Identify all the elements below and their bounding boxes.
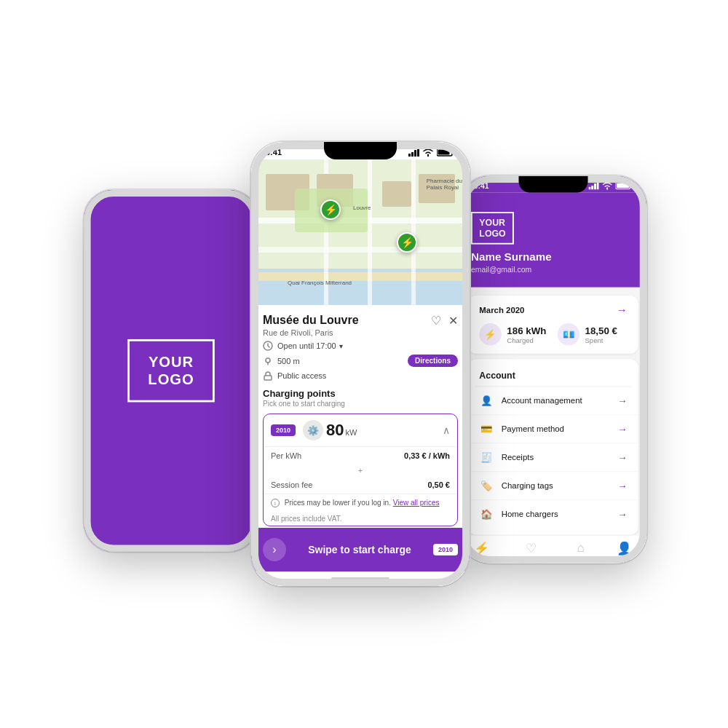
section-title: Charging points: [263, 388, 458, 399]
per-kwh-row: Per kWh 0,33 € / kWh: [264, 447, 457, 464]
svg-rect-17: [630, 184, 632, 187]
charging-info: Musée du Louvre Rue de Rivoli, Paris ♡ ✕…: [251, 305, 470, 528]
favorite-icon[interactable]: ♡: [431, 314, 441, 328]
plus-row: +: [264, 464, 457, 476]
payment-method-icon: 💳: [479, 422, 493, 436]
svg-rect-1: [411, 152, 414, 157]
profile-header: YOUR LOGO Name Surname email@gmail.com: [460, 192, 647, 287]
map-label-seine: Quai François Mitterrand: [288, 280, 352, 286]
nav-public-icon: ⚡: [474, 541, 489, 556]
price-note: i Prices may be lower if you log in. Vie…: [264, 494, 457, 512]
vat-note: All prices include VAT.: [264, 512, 457, 526]
profile-status-icons: [588, 181, 633, 189]
view-all-prices-link[interactable]: View all prices: [393, 499, 440, 507]
charging-point-header: 2010 ⚙️ 80 kW ∧: [264, 414, 457, 447]
chevron-down-icon: ▾: [339, 342, 343, 350]
charging-tags-arrow: →: [617, 480, 627, 491]
svg-rect-13: [591, 185, 593, 189]
account-management-icon: 👤: [479, 394, 493, 408]
profile-logo-text: YOUR LOGO: [479, 218, 505, 240]
home-chargers-icon: 🏠: [479, 507, 493, 521]
directions-button[interactable]: Directions: [408, 355, 458, 367]
close-icon[interactable]: ✕: [448, 314, 458, 328]
svg-text:i: i: [274, 500, 276, 507]
connector-icon: ⚙️: [303, 420, 323, 440]
battery-icon: [437, 148, 455, 157]
home-indicator: [331, 577, 389, 580]
power-value: 80: [326, 421, 344, 440]
logo-text: YOUR LOGO: [148, 353, 194, 389]
access-text: Public access: [277, 371, 326, 380]
nav-item-profile[interactable]: 👤 Profile: [616, 541, 633, 563]
per-kwh-value: 0,33 € / kWh: [404, 451, 450, 460]
nav-public-label: Public: [473, 558, 490, 563]
menu-item-home-chargers[interactable]: 🏠 Home chargers →: [468, 500, 638, 528]
bottom-nav: ⚡ Public ♡ Favourites ⌂ Home 👤 Profile: [460, 535, 647, 563]
location-subtitle: Rue de Rivoli, Paris: [263, 328, 359, 337]
account-management-label: Account management: [502, 396, 609, 405]
menu-item-payment-method[interactable]: 💳 Payment method →: [468, 415, 638, 443]
nav-profile-icon: 👤: [617, 541, 632, 556]
swipe-text: Swipe to start charge: [308, 544, 411, 555]
location-header: Musée du Louvre Rue de Rivoli, Paris ♡ ✕: [263, 314, 458, 337]
open-status: Open until 17:00 ▾: [277, 341, 343, 350]
charging-screen: 9:41: [251, 142, 470, 586]
logo-container: YOUR LOGO: [127, 339, 215, 403]
home-chargers-label: Home chargers: [502, 510, 609, 519]
map-area[interactable]: ⚡ ⚡ Louvre Quai François Mitterrand Phar…: [251, 159, 470, 305]
stats-arrow[interactable]: →: [616, 304, 627, 317]
charging-point-card[interactable]: 2010 ⚙️ 80 kW ∧ Per kWh 0,33 €: [263, 414, 458, 526]
receipts-label: Receipts: [502, 453, 609, 462]
directions-container: Directions: [408, 355, 458, 367]
menu-item-charging-tags[interactable]: 🏷️ Charging tags →: [468, 472, 638, 500]
nav-profile-label: Profile: [616, 558, 633, 563]
svg-rect-0: [408, 154, 411, 157]
stats-card: March 2020 → ⚡ 186 kWh Charged 💶: [468, 296, 638, 354]
nav-favourites-label: Favourites: [517, 558, 546, 563]
kwh-label: Charged: [507, 336, 546, 344]
splash-screen: YOUR LOGO: [84, 190, 258, 552]
account-title: Account: [468, 366, 638, 387]
logo-line1: YOUR: [149, 353, 194, 370]
power-unit: kW: [346, 428, 357, 437]
bottom-handle: [251, 571, 470, 586]
receipts-icon: 🧾: [479, 451, 493, 464]
session-fee-value: 0,50 €: [427, 480, 450, 489]
profile-logo-box: YOUR LOGO: [471, 212, 514, 245]
access-row: Public access: [263, 371, 458, 381]
profile-name: Name Surname: [471, 251, 636, 264]
menu-item-account-management[interactable]: 👤 Account management →: [468, 387, 638, 416]
swipe-arrow[interactable]: ›: [263, 538, 286, 561]
collapse-icon[interactable]: ∧: [443, 424, 450, 436]
nav-item-home[interactable]: ⌂ Home: [572, 541, 589, 563]
point-badge: 2010: [271, 424, 296, 436]
swipe-bar[interactable]: › Swipe to start charge 2010: [251, 528, 470, 571]
access-icon: [263, 371, 273, 381]
spent-value: 18,50 €: [585, 325, 617, 336]
nav-home-icon: ⌂: [577, 541, 585, 555]
kwh-stat: ⚡ 186 kWh Charged: [479, 323, 546, 345]
svg-rect-18: [617, 183, 629, 189]
svg-rect-15: [597, 182, 599, 189]
open-until-text: Open until 17:00: [277, 341, 336, 350]
menu-item-receipts[interactable]: 🧾 Receipts →: [468, 443, 638, 472]
distance-text: 500 m: [277, 357, 300, 365]
payment-method-arrow: →: [617, 424, 627, 435]
nav-item-favourites[interactable]: ♡ Favourites: [517, 541, 546, 563]
swipe-badge: 2010: [433, 544, 458, 555]
map-pin-1[interactable]: ⚡: [320, 199, 341, 220]
phone-profile: 9:41: [460, 176, 647, 563]
kwh-value: 186 kWh: [507, 325, 546, 336]
home-chargers-arrow: →: [617, 509, 627, 520]
info-icon: i: [271, 499, 280, 507]
account-management-arrow: →: [617, 395, 627, 406]
stats-month-row: March 2020 →: [479, 304, 627, 317]
profile-screen: 9:41: [460, 176, 647, 563]
map-pin-2[interactable]: ⚡: [397, 232, 417, 253]
receipts-arrow: →: [617, 452, 627, 463]
notch: [324, 142, 397, 159]
open-until-row: Open until 17:00 ▾: [263, 341, 458, 351]
logo-line2: LOGO: [148, 371, 194, 387]
signal-icon: [408, 149, 419, 157]
nav-item-public[interactable]: ⚡ Public: [473, 541, 490, 563]
